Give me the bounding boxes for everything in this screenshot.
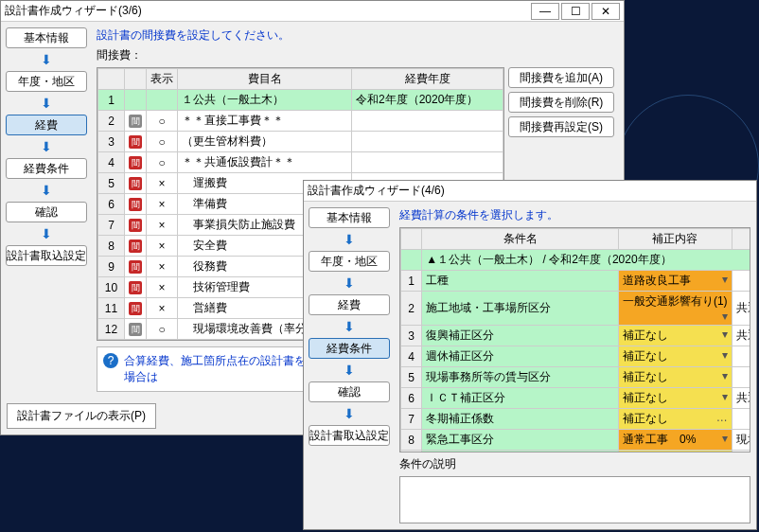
description-label: 条件の説明 xyxy=(399,456,750,472)
condition-row[interactable]: 7冬期補正係数補正なし… xyxy=(401,409,751,430)
arrow-icon: ⬇ xyxy=(344,319,355,334)
action-button-1[interactable]: 間接費を削除(R) xyxy=(508,92,614,113)
wizard-step-1[interactable]: 年度・地区 xyxy=(309,251,390,272)
arrow-icon: ⬇ xyxy=(41,52,52,67)
arrow-icon: ⬇ xyxy=(41,139,52,154)
wizard-step-5[interactable]: 設計書取込設定 xyxy=(309,425,390,446)
window-title: 設計書作成ウィザード(4/6) xyxy=(308,183,752,199)
condition-row[interactable]: 9前払金支出割合区分補正なし▾一般 xyxy=(401,451,751,453)
condition-row[interactable]: 4週休補正区分補正なし▾ xyxy=(401,346,751,367)
show-file-button[interactable]: 設計書ファイルの表示(P) xyxy=(7,403,156,429)
wizard-step-0[interactable]: 基本情報 xyxy=(6,27,87,48)
cost-row[interactable]: 2間○＊＊直接工事費＊＊ xyxy=(98,111,503,132)
condition-row[interactable]: 1工種道路改良工事▾ xyxy=(401,271,751,292)
wizard-sidebar: 基本情報⬇年度・地区⬇経費⬇経費条件⬇確認⬇設計書取込設定 xyxy=(1,22,91,398)
action-button-0[interactable]: 間接費を追加(A) xyxy=(508,67,614,88)
description-box xyxy=(399,476,750,523)
instruction-text: 設計書の間接費を設定してください。 xyxy=(97,27,618,44)
close-button[interactable]: ✕ xyxy=(591,3,620,20)
wizard-step-2[interactable]: 経費 xyxy=(309,294,390,315)
arrow-icon: ⬇ xyxy=(344,363,355,378)
wizard-step-2[interactable]: 経費 xyxy=(6,115,87,135)
instruction-text: 経費計算の条件を選択します。 xyxy=(399,207,750,223)
maximize-button[interactable]: ☐ xyxy=(561,3,590,20)
cost-row[interactable]: 3間○（更生管材料費） xyxy=(98,132,503,152)
wizard-step-4[interactable]: 確認 xyxy=(309,381,390,402)
wizard-sidebar: 基本情報⬇年度・地区⬇経費⬇経費条件⬇確認⬇設計書取込設定 xyxy=(304,202,394,529)
info-icon: ? xyxy=(103,353,118,368)
wizard-step-4[interactable]: 確認 xyxy=(6,202,87,222)
titlebar: 設計書作成ウィザード(4/6) xyxy=(304,181,756,202)
arrow-icon: ⬇ xyxy=(41,96,52,111)
cost-row[interactable]: 1１公共（一般土木）令和2年度（2020年度） xyxy=(98,90,503,111)
arrow-icon: ⬇ xyxy=(344,275,355,291)
condition-row[interactable]: 2施工地域・工事場所区分一般交通影響有り(1)▾共通 xyxy=(401,292,751,326)
wizard-step-5[interactable]: 設計書取込設定 xyxy=(6,245,87,266)
arrow-icon: ⬇ xyxy=(41,183,52,198)
arrow-icon: ⬇ xyxy=(41,226,52,241)
wizard-step-3[interactable]: 経費条件 xyxy=(6,158,87,179)
wizard-window-4: 設計書作成ウィザード(4/6) 基本情報⬇年度・地区⬇経費⬇経費条件⬇確認⬇設計… xyxy=(303,180,757,530)
window-title: 設計書作成ウィザード(3/6) xyxy=(5,3,529,19)
section-label: 間接費： xyxy=(97,47,618,63)
condition-row[interactable]: 8緊急工事区分通常工事 0%▾現場 xyxy=(401,430,751,451)
minimize-button[interactable]: — xyxy=(531,3,559,20)
action-button-2[interactable]: 間接費再設定(S) xyxy=(508,116,614,137)
arrow-icon: ⬇ xyxy=(344,232,355,247)
wizard-step-3[interactable]: 経費条件 xyxy=(309,338,390,359)
wizard-step-0[interactable]: 基本情報 xyxy=(309,207,390,228)
arrow-icon: ⬇ xyxy=(344,406,355,421)
conditions-grid[interactable]: 条件名補正内容▲１公共（一般土木） / 令和2年度（2020年度）1工種道路改良… xyxy=(399,227,750,452)
cost-row[interactable]: 4間○＊＊共通仮設費計＊＊ xyxy=(98,152,503,173)
titlebar: 設計書作成ウィザード(3/6) — ☐ ✕ xyxy=(1,1,624,22)
condition-row[interactable]: 5現場事務所等の賃与区分補正なし▾ xyxy=(401,367,751,388)
condition-row[interactable]: 3復興補正区分補正なし▾共通 xyxy=(401,326,751,346)
wizard-step-1[interactable]: 年度・地区 xyxy=(6,71,87,92)
condition-row[interactable]: 6ＩＣＴ補正区分補正なし▾共通 xyxy=(401,388,751,409)
